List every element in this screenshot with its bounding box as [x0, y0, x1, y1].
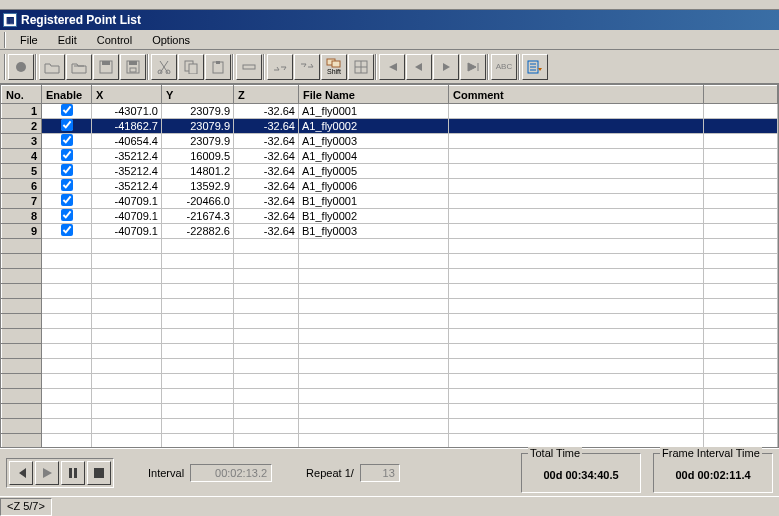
- row-comment[interactable]: [449, 149, 704, 164]
- col-enable[interactable]: Enable: [42, 86, 92, 104]
- table-row[interactable]: [2, 404, 778, 419]
- row-enable[interactable]: [42, 179, 92, 194]
- table-row[interactable]: 5-35212.414801.2-32.64A1_fly0005: [2, 164, 778, 179]
- list-settings-button[interactable]: [522, 54, 548, 80]
- table-row[interactable]: 9-40709.1-22882.6-32.64B1_fly0003: [2, 224, 778, 239]
- open-button[interactable]: [39, 54, 65, 80]
- table-row[interactable]: [2, 419, 778, 434]
- repeat-input[interactable]: [360, 464, 400, 482]
- table-row[interactable]: [2, 374, 778, 389]
- row-z[interactable]: -32.64: [234, 134, 299, 149]
- row-enable[interactable]: [42, 209, 92, 224]
- table-row[interactable]: 1-43071.023079.9-32.64A1_fly0001: [2, 104, 778, 119]
- row-z[interactable]: -32.64: [234, 224, 299, 239]
- table-row[interactable]: 6-35212.413592.9-32.64A1_fly0006: [2, 179, 778, 194]
- table-row[interactable]: 2-41862.723079.9-32.64A1_fly0002: [2, 119, 778, 134]
- row-file[interactable]: A1_fly0003: [299, 134, 449, 149]
- row-enable[interactable]: [42, 224, 92, 239]
- menu-control[interactable]: Control: [87, 32, 142, 48]
- row-enable[interactable]: [42, 134, 92, 149]
- shift-button[interactable]: Shift: [321, 54, 347, 80]
- row-y[interactable]: -21674.3: [162, 209, 234, 224]
- row-x[interactable]: -40709.1: [92, 194, 162, 209]
- menu-file[interactable]: File: [10, 32, 48, 48]
- row-enable[interactable]: [42, 194, 92, 209]
- record-button[interactable]: [8, 54, 34, 80]
- row-y[interactable]: 13592.9: [162, 179, 234, 194]
- row-z[interactable]: -32.64: [234, 164, 299, 179]
- table-row[interactable]: [2, 254, 778, 269]
- row-x[interactable]: -35212.4: [92, 149, 162, 164]
- row-file[interactable]: B1_fly0003: [299, 224, 449, 239]
- table-row[interactable]: [2, 389, 778, 404]
- row-file[interactable]: A1_fly0005: [299, 164, 449, 179]
- row-comment[interactable]: [449, 179, 704, 194]
- copy-button[interactable]: [178, 54, 204, 80]
- row-z[interactable]: -32.64: [234, 119, 299, 134]
- row-file[interactable]: A1_fly0006: [299, 179, 449, 194]
- row-z[interactable]: -32.64: [234, 149, 299, 164]
- row-z[interactable]: -32.64: [234, 104, 299, 119]
- last-button[interactable]: [460, 54, 486, 80]
- next-button[interactable]: [433, 54, 459, 80]
- row-file[interactable]: B1_fly0001: [299, 194, 449, 209]
- row-comment[interactable]: [449, 104, 704, 119]
- row-comment[interactable]: [449, 119, 704, 134]
- row-comment[interactable]: [449, 134, 704, 149]
- table-row[interactable]: 8-40709.1-21674.3-32.64B1_fly0002: [2, 209, 778, 224]
- prev-button[interactable]: [406, 54, 432, 80]
- table-row[interactable]: [2, 284, 778, 299]
- row-enable[interactable]: [42, 149, 92, 164]
- point-grid[interactable]: No. Enable X Y Z File Name Comment 1-430…: [0, 84, 779, 448]
- row-y[interactable]: -20466.0: [162, 194, 234, 209]
- row-file[interactable]: A1_fly0002: [299, 119, 449, 134]
- col-y[interactable]: Y: [162, 86, 234, 104]
- abc-button[interactable]: ABC: [491, 54, 517, 80]
- move-down-button[interactable]: [294, 54, 320, 80]
- open2-button[interactable]: [66, 54, 92, 80]
- col-x[interactable]: X: [92, 86, 162, 104]
- row-comment[interactable]: [449, 194, 704, 209]
- table-row[interactable]: [2, 299, 778, 314]
- play-button[interactable]: [35, 461, 59, 485]
- row-z[interactable]: -32.64: [234, 179, 299, 194]
- move-up-button[interactable]: [267, 54, 293, 80]
- first-button[interactable]: [379, 54, 405, 80]
- table-row[interactable]: [2, 239, 778, 254]
- row-comment[interactable]: [449, 224, 704, 239]
- row-y[interactable]: -22882.6: [162, 224, 234, 239]
- row-x[interactable]: -40709.1: [92, 224, 162, 239]
- row-comment[interactable]: [449, 209, 704, 224]
- row-x[interactable]: -35212.4: [92, 164, 162, 179]
- row-enable[interactable]: [42, 104, 92, 119]
- row-y[interactable]: 14801.2: [162, 164, 234, 179]
- table-row[interactable]: 4-35212.416009.5-32.64A1_fly0004: [2, 149, 778, 164]
- table-row[interactable]: [2, 269, 778, 284]
- row-comment[interactable]: [449, 164, 704, 179]
- prev-frame-button[interactable]: [9, 461, 33, 485]
- table-row[interactable]: 7-40709.1-20466.0-32.64B1_fly0001: [2, 194, 778, 209]
- grid-button[interactable]: [348, 54, 374, 80]
- save-button[interactable]: [93, 54, 119, 80]
- col-no[interactable]: No.: [2, 86, 42, 104]
- col-comment[interactable]: Comment: [449, 86, 704, 104]
- row-x[interactable]: -40654.4: [92, 134, 162, 149]
- row-enable[interactable]: [42, 164, 92, 179]
- row-z[interactable]: -32.64: [234, 194, 299, 209]
- row-file[interactable]: A1_fly0004: [299, 149, 449, 164]
- col-z[interactable]: Z: [234, 86, 299, 104]
- table-row[interactable]: 3-40654.423079.9-32.64A1_fly0003: [2, 134, 778, 149]
- paste-button[interactable]: [205, 54, 231, 80]
- save-as-button[interactable]: [120, 54, 146, 80]
- row-enable[interactable]: [42, 119, 92, 134]
- table-row[interactable]: [2, 314, 778, 329]
- row-x[interactable]: -41862.7: [92, 119, 162, 134]
- menu-options[interactable]: Options: [142, 32, 200, 48]
- row-z[interactable]: -32.64: [234, 209, 299, 224]
- row-x[interactable]: -43071.0: [92, 104, 162, 119]
- table-row[interactable]: [2, 359, 778, 374]
- row-file[interactable]: B1_fly0002: [299, 209, 449, 224]
- col-file[interactable]: File Name: [299, 86, 449, 104]
- table-row[interactable]: [2, 329, 778, 344]
- row-file[interactable]: A1_fly0001: [299, 104, 449, 119]
